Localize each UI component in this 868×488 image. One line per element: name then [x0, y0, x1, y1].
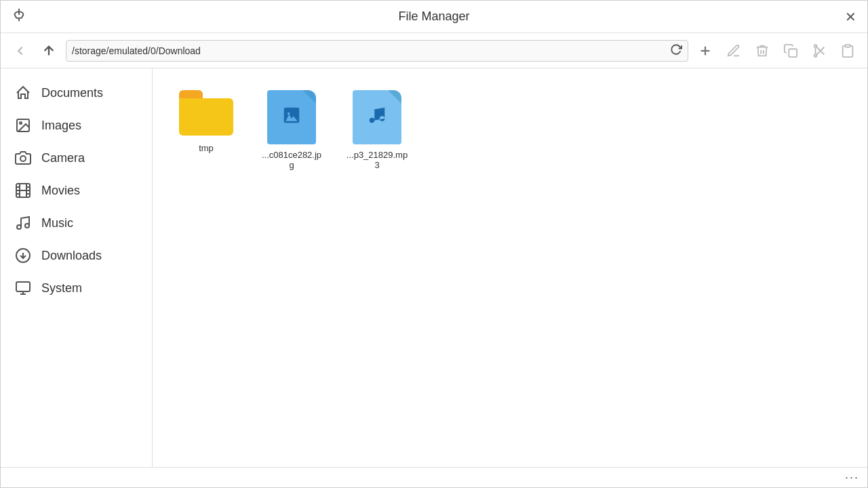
sidebar-item-system[interactable]: System: [1, 272, 152, 304]
title-bar: File Manager ✕: [1, 1, 867, 33]
file-area: tmp ...c081ce282.jpg: [153, 68, 867, 467]
folder-icon: [179, 90, 233, 138]
file-label-tmp: tmp: [199, 143, 214, 153]
svg-rect-4: [789, 49, 797, 57]
sidebar-item-camera-label: Camera: [41, 151, 85, 165]
system-icon: [14, 280, 32, 296]
movies-icon: [14, 182, 32, 199]
address-bar: [66, 40, 688, 62]
file-item-image[interactable]: ...c081ce282.jpg: [254, 85, 329, 176]
home-icon: [14, 85, 32, 101]
images-icon: [14, 117, 32, 134]
delete-button[interactable]: [751, 41, 774, 61]
downloads-icon: [14, 247, 32, 264]
file-item-audio[interactable]: ...p3_21829.mp3: [340, 85, 414, 176]
audio-file-icon: [353, 90, 401, 144]
camera-icon: [14, 150, 32, 166]
cut-button[interactable]: [808, 41, 831, 61]
window-title: File Manager: [398, 9, 469, 24]
new-button[interactable]: [694, 41, 717, 61]
sidebar-item-camera[interactable]: Camera: [1, 142, 152, 174]
up-button[interactable]: [37, 41, 60, 61]
sidebar-item-music[interactable]: Music: [1, 207, 152, 239]
back-button[interactable]: [9, 41, 32, 61]
file-item-tmp[interactable]: tmp: [169, 85, 243, 176]
svg-rect-10: [845, 44, 850, 47]
svg-point-22: [17, 225, 21, 229]
sidebar-item-documents[interactable]: Documents: [1, 77, 152, 109]
image-icon-glyph: [281, 105, 302, 130]
sidebar-item-downloads[interactable]: Downloads: [1, 239, 152, 272]
refresh-button[interactable]: [670, 43, 682, 58]
svg-rect-26: [16, 282, 30, 291]
svg-point-12: [20, 122, 22, 124]
more-options-button[interactable]: ···: [845, 470, 859, 485]
audio-icon-glyph: [367, 105, 387, 130]
pin-icon[interactable]: [12, 7, 26, 26]
address-input[interactable]: [72, 45, 666, 56]
file-label-audio: ...p3_21829.mp3: [345, 150, 409, 170]
svg-point-5: [814, 54, 817, 57]
music-icon: [14, 215, 32, 231]
sidebar-item-system-label: System: [41, 281, 82, 296]
sidebar: Documents Images: [1, 68, 153, 467]
sidebar-item-music-label: Music: [41, 216, 73, 230]
image-file-icon: [267, 90, 316, 144]
file-manager-window: File Manager ✕: [0, 0, 868, 488]
svg-point-6: [814, 44, 817, 47]
svg-point-13: [20, 156, 26, 161]
sidebar-item-movies-label: Movies: [41, 184, 80, 198]
sidebar-item-images[interactable]: Images: [1, 109, 152, 142]
sidebar-item-downloads-label: Downloads: [41, 249, 102, 263]
copy-button[interactable]: [779, 41, 802, 61]
sidebar-item-movies[interactable]: Movies: [1, 174, 152, 207]
file-label-image: ...c081ce282.jpg: [260, 150, 323, 170]
paste-button[interactable]: [836, 41, 859, 61]
close-button[interactable]: ✕: [845, 10, 856, 24]
sidebar-item-documents-label: Documents: [41, 86, 103, 100]
rename-button[interactable]: [722, 41, 745, 61]
status-bar: ···: [1, 467, 867, 487]
svg-point-23: [25, 224, 29, 228]
toolbar: [1, 33, 867, 68]
main-area: Documents Images: [1, 68, 867, 467]
sidebar-item-images-label: Images: [41, 119, 81, 133]
